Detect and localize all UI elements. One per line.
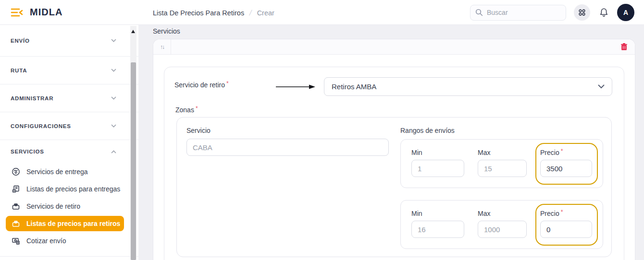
sidebar-section-label: RUTA: [11, 68, 27, 73]
price-label-text: Precio: [540, 149, 559, 156]
sidebar-item-listas-precios-entregas[interactable]: Listas de precios para entregas: [0, 180, 138, 198]
apps-menu-button[interactable]: [574, 4, 590, 21]
max-input[interactable]: [478, 160, 527, 177]
service-card: ↑↓ Servicio de retiro*: [153, 39, 635, 260]
search-input[interactable]: [487, 9, 554, 16]
zones-label: Zonas*: [175, 106, 198, 114]
page-title: Servicios: [153, 27, 180, 35]
sidebar-item-label: Servicios de entrega: [26, 168, 88, 176]
required-asterisk: *: [226, 80, 229, 87]
zone-service-input[interactable]: [186, 139, 389, 156]
sidebar-scrollbar-thumb[interactable]: [131, 62, 136, 260]
sidebar-section-label: SERVICIOS: [11, 149, 44, 154]
min-label: Min: [411, 149, 464, 156]
sidebar-section-label: ADMINISTRAR: [11, 95, 53, 101]
notifications-button[interactable]: [598, 7, 609, 18]
sidebar-section-label: CONFIGURACIONES: [11, 123, 71, 129]
quote-calculator-icon: [12, 236, 20, 245]
search-icon: [475, 9, 483, 16]
annotation-arrow: [275, 83, 316, 90]
pickup-service-select[interactable]: Retiros AMBA: [324, 77, 612, 96]
sidebar-scrollbar[interactable]: [130, 26, 136, 260]
max-input[interactable]: [478, 221, 527, 238]
sidebar-divider: [0, 256, 138, 257]
sidebar-item-cotizar-envio[interactable]: Cotizar envío: [0, 232, 138, 249]
chevron-down-icon: [111, 69, 116, 72]
delete-service-button[interactable]: [621, 43, 627, 50]
service-card-header: ↑↓: [153, 39, 635, 55]
pickup-service-label: Servicio de retiro*: [174, 81, 229, 89]
max-label: Max: [478, 149, 527, 156]
avatar[interactable]: A: [617, 4, 634, 21]
zone-service-label: Servicio: [186, 127, 211, 134]
pickup-service-label-text: Servicio de retiro: [174, 81, 225, 89]
min-input[interactable]: [411, 221, 464, 238]
min-input[interactable]: [411, 160, 464, 177]
sidebar-section-ruta[interactable]: RUTA: [0, 57, 138, 84]
search-box[interactable]: [470, 5, 566, 21]
menu-collapse-icon: [10, 6, 23, 19]
required-asterisk: *: [561, 148, 563, 154]
service-card-body: Servicio de retiro* Retiros AMBA Zonas* …: [153, 55, 635, 260]
price-list-icon: [12, 185, 20, 193]
notifications-bell-icon: [599, 8, 608, 17]
price-label-text: Precio: [540, 210, 559, 217]
breadcrumb-item-crear: Crear: [257, 9, 274, 17]
sidebar-item-label: Cotizar envío: [26, 237, 66, 245]
breadcrumb-separator: /: [248, 9, 252, 17]
chevron-down-icon: [111, 39, 116, 42]
shipping-range-row: Min Max Precio*: [400, 139, 603, 188]
max-label: Max: [478, 210, 527, 217]
min-label: Min: [411, 210, 464, 217]
zone-panel: Servicio Rangos de envíos Min Max Precio…: [176, 117, 612, 257]
sidebar-item-servicios-de-entrega[interactable]: Servicios de entrega: [0, 163, 138, 180]
sidebar-section-envio[interactable]: ENVÍO: [0, 25, 138, 57]
zones-label-text: Zonas: [175, 106, 194, 114]
sort-reorder-icon: ↑↓: [160, 44, 164, 50]
sidebar-section-administrar[interactable]: ADMINISTRAR: [0, 84, 138, 112]
chevron-up-icon: [111, 150, 116, 154]
pickup-bag-icon: [12, 219, 20, 228]
sidebar-section-servicios[interactable]: SERVICIOS: [0, 140, 138, 163]
sidebar-section-configuraciones[interactable]: CONFIGURACIONES: [0, 112, 138, 140]
chevron-down-icon: [598, 84, 605, 89]
chevron-down-icon: [111, 124, 116, 128]
main-content: Servicios ↑↓ Servici: [138, 25, 644, 260]
sidebar-item-servicios-de-retiro[interactable]: Servicios de retiro: [0, 198, 138, 215]
price-input[interactable]: [540, 221, 592, 238]
sidebar: ENVÍO RUTA ADMINISTRAR CONFIGURACIONES S…: [0, 25, 138, 260]
sidebar-item-label: Listas de precios para retiros: [26, 220, 120, 227]
sidebar-item-label: Listas de precios para entregas: [26, 185, 120, 193]
breadcrumb: Lista De Precios Para Retiros / Crear: [153, 9, 274, 17]
sidebar-item-listas-precios-retiros[interactable]: Listas de precios para retiros: [6, 216, 124, 231]
trash-icon: [621, 43, 627, 50]
reorder-handle[interactable]: ↑↓: [153, 39, 171, 54]
required-asterisk: *: [561, 209, 563, 215]
shipping-range-row: Min Max Precio*: [400, 200, 603, 249]
price-input[interactable]: [540, 160, 592, 177]
sidebar-collapse-button[interactable]: [10, 6, 23, 19]
apps-grid-icon: [578, 9, 586, 16]
top-bar: MIDLA Lista De Precios Para Retiros / Cr…: [0, 0, 644, 25]
scroll-up-arrow-icon[interactable]: [131, 30, 135, 33]
price-label: Precio*: [540, 149, 592, 156]
required-asterisk: *: [196, 105, 198, 112]
pickup-service-selected-value: Retiros AMBA: [332, 83, 598, 91]
topbar-actions: A: [470, 0, 634, 25]
pickup-bag-icon: [12, 202, 20, 211]
handshake-icon: [12, 167, 20, 176]
price-label: Precio*: [540, 210, 592, 217]
shipping-ranges-label: Rangos de envíos: [400, 127, 455, 134]
chevron-down-icon: [111, 96, 116, 100]
service-form-panel: Servicio de retiro* Retiros AMBA Zonas* …: [164, 67, 624, 260]
sidebar-item-label: Servicios de retiro: [26, 202, 80, 210]
brand-logo: MIDLA: [30, 7, 62, 18]
sidebar-section-label: ENVÍO: [11, 38, 30, 44]
breadcrumb-item-list[interactable]: Lista De Precios Para Retiros: [153, 9, 244, 17]
